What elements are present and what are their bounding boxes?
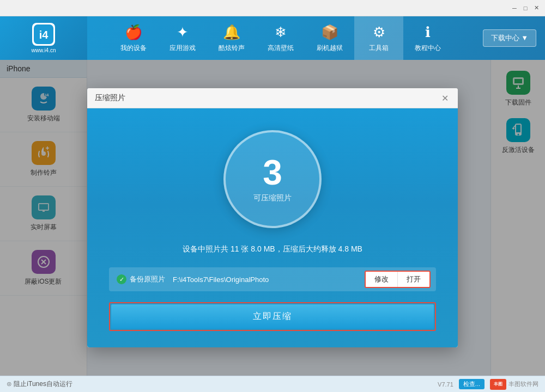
nav-tutorials[interactable]: ℹ 教程中心 — [403, 16, 452, 60]
main-area: iPhone i4 安装移动端 制作铃声 实时屏幕 屏蔽iOS更新 — [0, 60, 545, 376]
apple-icon: 🍎 — [125, 24, 142, 41]
info-icon: ℹ — [425, 24, 431, 41]
nav-toolbox[interactable]: ⚙ 工具箱 — [354, 16, 403, 60]
snowflake-icon: ❄ — [275, 24, 287, 41]
apps-icon: ✦ — [177, 24, 189, 41]
nav-app-games-label: 应用游戏 — [169, 44, 196, 53]
download-center-btn[interactable]: 下载中心 ▼ — [483, 29, 536, 47]
nav-jailbreak-label: 刷机越狱 — [317, 44, 343, 53]
nav-ringtones[interactable]: 🔔 酷炫铃声 — [207, 16, 256, 60]
path-row: ✓ 备份原照片 F:\i4Tools7\Files\OriginalPhoto … — [109, 267, 436, 291]
maximize-btn[interactable]: □ — [521, 4, 530, 13]
nav-app-games[interactable]: ✦ 应用游戏 — [158, 16, 207, 60]
backup-label: ✓ 备份原照片 — [109, 269, 173, 290]
nav-my-device[interactable]: 🍎 我的设备 — [109, 16, 158, 60]
compress-now-btn[interactable]: 立即压缩 — [111, 304, 434, 329]
minimize-btn[interactable]: ─ — [510, 4, 519, 13]
nav-toolbox-label: 工具箱 — [369, 44, 389, 53]
close-btn[interactable]: ✕ — [532, 4, 541, 13]
modal-titlebar: 压缩照片 ✕ — [87, 88, 458, 108]
nav-tutorials-label: 教程中心 — [415, 44, 441, 53]
nav-my-device-label: 我的设备 — [120, 44, 147, 53]
photos-count-circle: 3 可压缩照片 — [223, 130, 322, 228]
path-action-buttons: 修改 打开 — [365, 271, 431, 288]
modal-title: 压缩照片 — [95, 93, 125, 103]
svg-text:i4: i4 — [39, 29, 49, 41]
header: i4 www.i4.cn 🍎 我的设备 ✦ 应用游戏 🔔 酷炫铃声 ❄ 高清壁纸… — [0, 16, 545, 60]
nav-ringtones-label: 酷炫铃声 — [219, 44, 245, 53]
bottom-right: V7.71 检查... 丰图 丰图软件网 — [438, 379, 538, 390]
box-icon: 📦 — [321, 24, 338, 41]
modal-overlay: 压缩照片 ✕ 3 可压缩照片 设备中照片共 11 张 8.0 MB，压缩后大约释… — [0, 60, 545, 376]
gear-icon: ⚙ — [373, 24, 385, 41]
photos-count-number: 3 — [263, 155, 282, 190]
compress-photos-modal: 压缩照片 ✕ 3 可压缩照片 设备中照片共 11 张 8.0 MB，压缩后大约释… — [87, 88, 458, 347]
nav-jailbreak[interactable]: 📦 刷机越狱 — [305, 16, 354, 60]
nav-wallpapers-label: 高清壁纸 — [268, 44, 294, 53]
brand-icon: 丰图 — [490, 379, 506, 390]
header-right: 下载中心 ▼ — [474, 29, 545, 47]
nav-wallpapers[interactable]: ❄ 高清壁纸 — [256, 16, 305, 60]
brand-logo: 丰图 丰图软件网 — [490, 379, 538, 390]
check-circle-icon: ✓ — [117, 274, 126, 284]
bell-icon: 🔔 — [223, 24, 240, 41]
modal-close-btn[interactable]: ✕ — [439, 93, 450, 103]
compress-info-text: 设备中照片共 11 张 8.0 MB，压缩后大约释放 4.8 MB — [183, 244, 362, 254]
version-text: V7.71 — [438, 381, 453, 388]
modal-body: 3 可压缩照片 设备中照片共 11 张 8.0 MB，压缩后大约释放 4.8 M… — [87, 108, 458, 347]
logo-text: www.i4.cn — [31, 47, 56, 53]
bottom-left: ⊙ 阻止iTunes自动运行 — [7, 379, 72, 389]
title-bar: ─ □ ✕ — [0, 0, 545, 16]
edit-path-btn[interactable]: 修改 — [366, 272, 398, 287]
path-value: F:\i4Tools7\Files\OriginalPhoto — [173, 270, 359, 289]
bottom-bar: ⊙ 阻止iTunes自动运行 V7.71 检查... 丰图 丰图软件网 — [0, 376, 545, 392]
open-path-btn[interactable]: 打开 — [398, 272, 429, 287]
compress-btn-wrapper: 立即压缩 — [109, 302, 436, 331]
logo-area: i4 www.i4.cn — [0, 16, 87, 60]
brand-text: 丰图软件网 — [508, 380, 538, 388]
logo-icon: i4 — [32, 23, 55, 46]
photos-count-label: 可压缩照片 — [253, 193, 292, 203]
itunes-msg: ⊙ 阻止iTunes自动运行 — [7, 379, 72, 389]
nav-items: 🍎 我的设备 ✦ 应用游戏 🔔 酷炫铃声 ❄ 高清壁纸 📦 刷机越狱 ⚙ 工具箱… — [87, 16, 474, 60]
check-btn[interactable]: 检查... — [459, 379, 485, 389]
